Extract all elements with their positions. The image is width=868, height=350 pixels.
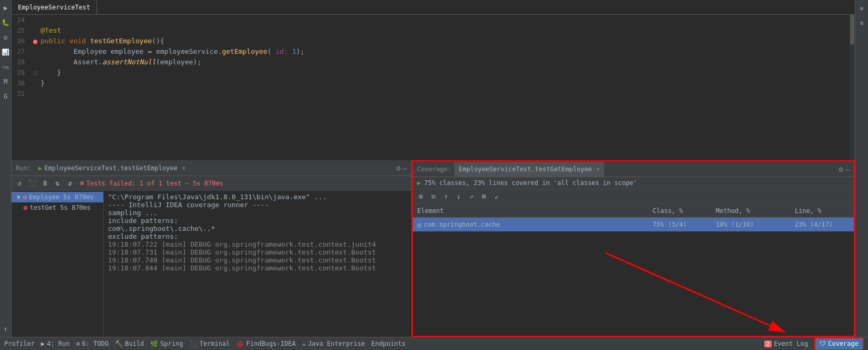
endpoints-label: Endpoints (371, 340, 406, 347)
run-label: Run: (16, 164, 31, 172)
code-text-27: Employee employee = employeeService.getE… (41, 46, 850, 57)
coverage-stats-bar: ▶ 75% classes, 23% lines covered in 'all… (413, 177, 854, 189)
console-line-7: 19:18:07.722 [main] DEBUG org.springfram… (108, 240, 407, 248)
code-line-27: 27 Employee employee = employeeService.g… (12, 46, 850, 57)
test-status-text: Tests failed: 1 of 1 test – 5s 870ms (86, 180, 223, 187)
status-java-enterprise[interactable]: ☕ Java Enterprise (302, 340, 365, 347)
code-line-24: 24 (12, 15, 850, 25)
event-log-label: Event Log (774, 340, 808, 347)
status-coverage[interactable]: 🛡 Coverage (814, 337, 864, 351)
status-event-log[interactable]: 2 Event Log (764, 340, 808, 347)
todo-icon: ≡ (76, 340, 80, 347)
console-line-0: "C:\Program Files\Java\jdk1.8.0_131\bin\… (108, 193, 407, 201)
file-tab-bar: EmployeeServiceTest (12, 0, 855, 15)
todo-label: 6: TODO (82, 340, 109, 347)
fail-status-icon: ⊗ (80, 179, 84, 187)
fail-icon: ⊗ (23, 193, 27, 201)
status-run[interactable]: ▶ 4: Run (41, 340, 70, 347)
coverage-tab-close[interactable]: × (596, 166, 600, 173)
coverage-panel: Coverage: EmployeeServiceTest.testGetEmp… (412, 160, 855, 337)
code-editor: 24 25 @Test 26 ● public void testGetEmpl… (12, 15, 850, 160)
pause-button[interactable]: ⏸ (39, 178, 51, 189)
cell-element-text: com.springboot.cache (424, 221, 500, 228)
status-bar: Profiler ▶ 4: Run ≡ 6: TODO 🔨 Build 🌿 Sp… (0, 337, 868, 350)
tree-node-testget[interactable]: ⊗ testGet 5s 870ms (12, 202, 103, 213)
cov-filter-btn[interactable]: ⊞ (478, 191, 490, 202)
coverage-toolbar: ⊞ ⊟ ↑ ↓ ↗ ⊞ ↙ (413, 189, 854, 204)
cov-export-btn[interactable]: ↗ (466, 191, 477, 202)
run-tab[interactable]: ▶ EmployeeServiceTest.testGetEmployee × (34, 161, 190, 176)
line-number: 27 (12, 48, 30, 55)
cov-up-btn[interactable]: ↑ (440, 191, 452, 202)
code-line-29: 29 ◻ } (12, 67, 850, 78)
sort2-button[interactable]: ⇵ (64, 178, 76, 189)
sidebar-run-icon[interactable]: ▶ (1, 3, 11, 13)
coverage-shield-icon: 🛡 (820, 340, 826, 347)
run-panel-body: ▼ ⊗ Employee 5s 870ms ⊗ testGet 5s 870ms… (12, 191, 411, 337)
col-element: Element (413, 207, 648, 215)
right-toolbar: ≡ ⇅ (855, 0, 868, 337)
status-bar-right: 2 Event Log 🛡 Coverage (764, 337, 864, 351)
status-terminal[interactable]: ⬛ Terminal (190, 340, 230, 347)
cov-import-btn[interactable]: ↙ (491, 191, 502, 202)
build-label: Build (125, 340, 144, 347)
coverage-minimize-icon[interactable]: — (845, 165, 850, 173)
file-tab-active[interactable]: EmployeeServiceTest (12, 1, 97, 14)
cov-collapse-btn[interactable]: ⊟ (428, 191, 439, 202)
panels-area: Run: ▶ EmployeeServiceTest.testGetEmploy… (12, 160, 855, 337)
event-count-badge: 2 (764, 341, 772, 347)
status-spring[interactable]: 🌿 Spring (150, 340, 183, 347)
status-findbugs[interactable]: 🐞 FindBugs-IDEA (236, 340, 295, 347)
status-todo[interactable]: ≡ 6: TODO (76, 340, 108, 347)
run-label-small: 4: Run (47, 340, 70, 347)
terminal-icon: ⬛ (190, 340, 198, 347)
status-build[interactable]: 🔨 Build (115, 340, 144, 347)
coverage-settings-icon[interactable]: ⚙ (839, 165, 843, 173)
line-number: 28 (12, 59, 30, 66)
console-output: "C:\Program Files\Java\jdk1.8.0_131\bin\… (104, 191, 411, 337)
cell-class: 75% (3/4) (648, 221, 712, 228)
sidebar-gradle-icon[interactable]: G (1, 91, 11, 102)
sidebar-debug-icon[interactable]: 🐛 (1, 17, 11, 28)
coverage-panel-header: Coverage: EmployeeServiceTest.testGetEmp… (413, 161, 854, 177)
code-line-31: 31 (12, 89, 850, 99)
run-settings-icon[interactable]: ⚙ (396, 164, 400, 172)
code-line-25: 25 @Test (12, 25, 850, 36)
code-line-28: 28 Assert.assertNotNull(employee); (12, 57, 850, 67)
code-line-26: 26 ● public void testGetEmployee(){ (12, 36, 850, 46)
coverage-table-row-0[interactable]: ▣ com.springboot.cache 75% (3/4) 10% (1/… (413, 218, 854, 231)
profiler-label: Profiler (4, 340, 35, 347)
console-line-5: exclude patterns: (108, 232, 407, 240)
right-tool-2[interactable]: ⇅ (856, 17, 867, 28)
sidebar-coverage-icon[interactable]: ◎ (1, 32, 11, 43)
cell-method: 10% (1/10) (712, 221, 791, 228)
sidebar-arrow-icon[interactable]: ↑ (1, 324, 11, 334)
status-bar-left: Profiler ▶ 4: Run ≡ 6: TODO 🔨 Build 🌿 Sp… (4, 340, 406, 347)
file-tab-label: EmployeeServiceTest (18, 4, 90, 11)
sidebar-ant-icon[interactable]: 🐜 (1, 62, 11, 72)
status-endpoints[interactable]: Endpoints (371, 340, 406, 347)
code-line-30: 30 } (12, 78, 850, 89)
console-line-9: 19:18:07.749 [main] DEBUG org.springfram… (108, 256, 407, 264)
cov-expand-btn[interactable]: ⊞ (415, 191, 427, 202)
sidebar-profile-icon[interactable]: 📊 (1, 47, 11, 57)
status-profiler[interactable]: Profiler (4, 340, 35, 347)
run-tab-close[interactable]: × (182, 164, 185, 172)
coverage-tab[interactable]: EmployeeServiceTest.testGetEmployee × (455, 162, 604, 177)
pkg-icon: ▣ (417, 221, 421, 229)
right-tool-1[interactable]: ≡ (856, 3, 867, 14)
spring-icon: 🌿 (150, 340, 158, 347)
code-text-25: @Test (41, 25, 850, 36)
editor-scrollbar[interactable] (850, 0, 855, 160)
java-label: Java Enterprise (308, 340, 365, 347)
cov-down-btn[interactable]: ↓ (453, 191, 465, 202)
sidebar-maven-icon[interactable]: M (1, 76, 11, 87)
coverage-status-label: Coverage (828, 340, 859, 347)
tree-node-employee[interactable]: ▼ ⊗ Employee 5s 870ms (12, 192, 103, 202)
rerun-button[interactable]: ↺ (14, 178, 25, 189)
console-line-2: sampling ... (108, 209, 407, 217)
sort-button[interactable]: ⇅ (52, 178, 63, 189)
stop-button[interactable]: ⬛ (26, 178, 38, 189)
run-minimize-icon[interactable]: — (403, 164, 407, 172)
line-number: 30 (12, 80, 30, 87)
